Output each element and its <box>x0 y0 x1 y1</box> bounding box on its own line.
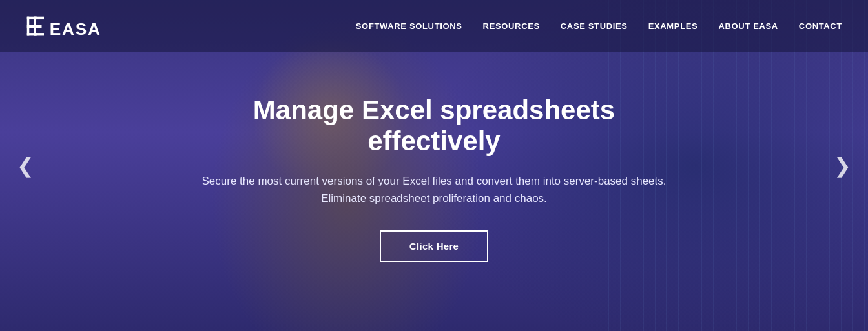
main-nav: SOFTWARE SOLUTIONS RESOURCES CASE STUDIE… <box>356 21 842 31</box>
hero-subtitle: Secure the most current versions of your… <box>189 172 679 207</box>
hero-content: Manage Excel spreadsheets effectively Se… <box>176 95 692 263</box>
svg-rect-5 <box>34 16 44 19</box>
site-header: EASA SOFTWARE SOLUTIONS RESOURCES CASE S… <box>0 0 868 52</box>
nav-examples[interactable]: EXAMPLES <box>648 21 698 31</box>
hero-title: Manage Excel spreadsheets effectively <box>189 95 679 157</box>
svg-rect-2 <box>27 25 35 27</box>
svg-text:EASA: EASA <box>50 19 101 38</box>
hero-subtitle-line2: Eliminate spreadsheet proliferation and … <box>321 192 547 205</box>
hero-subtitle-line1: Secure the most current versions of your… <box>202 175 666 187</box>
nav-about-easa[interactable]: ABOUT EASA <box>718 21 778 31</box>
nav-case-studies[interactable]: CASE STUDIES <box>561 21 628 31</box>
easa-logo[interactable]: EASA <box>26 10 116 43</box>
svg-rect-7 <box>34 33 44 35</box>
hero-section: EASA SOFTWARE SOLUTIONS RESOURCES CASE S… <box>0 0 868 331</box>
nav-contact[interactable]: CONTACT <box>799 21 842 31</box>
svg-rect-6 <box>34 25 41 27</box>
logo-area: EASA <box>26 10 116 43</box>
nav-software-solutions[interactable]: SOFTWARE SOLUTIONS <box>356 21 462 31</box>
hero-cta-button[interactable]: Click Here <box>380 230 488 262</box>
nav-resources[interactable]: RESOURCES <box>483 21 540 31</box>
carousel-next-button[interactable]: ❯ <box>823 147 862 185</box>
carousel-prev-button[interactable]: ❮ <box>6 147 45 185</box>
